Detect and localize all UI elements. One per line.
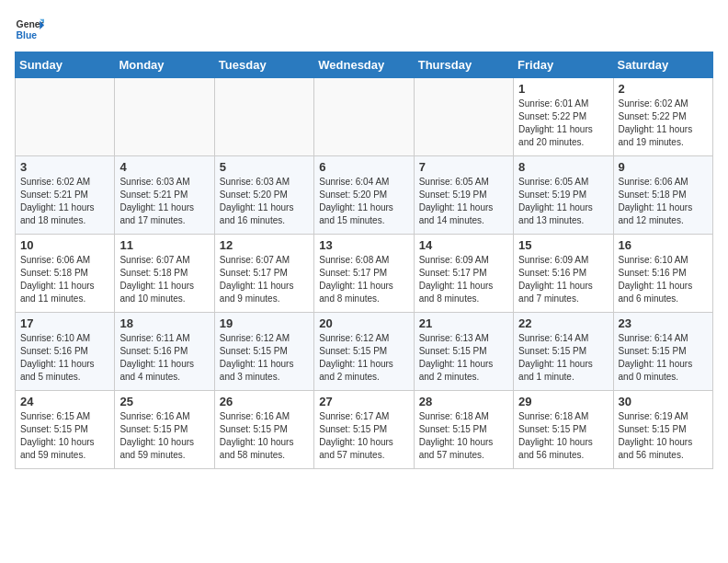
day-number: 10 — [20, 238, 109, 252]
day-number: 29 — [518, 395, 608, 408]
day-info: Sunrise: 6:18 AM Sunset: 5:15 PM Dayligh… — [419, 410, 508, 462]
day-number: 6 — [319, 160, 408, 174]
day-info: Sunrise: 6:14 AM Sunset: 5:15 PM Dayligh… — [619, 332, 708, 384]
day-info: Sunrise: 6:04 AM Sunset: 5:20 PM Dayligh… — [319, 176, 408, 227]
header-friday: Friday — [514, 52, 613, 78]
calendar-cell: 11Sunrise: 6:07 AM Sunset: 5:18 PM Dayli… — [115, 235, 214, 313]
day-number: 13 — [319, 238, 408, 252]
calendar-cell — [414, 78, 513, 156]
day-number: 26 — [220, 395, 309, 408]
day-info: Sunrise: 6:03 AM Sunset: 5:21 PM Dayligh… — [119, 176, 209, 227]
day-number: 9 — [619, 160, 708, 174]
day-number: 4 — [119, 160, 209, 174]
calendar-cell: 12Sunrise: 6:07 AM Sunset: 5:17 PM Dayli… — [214, 235, 313, 313]
day-info: Sunrise: 6:09 AM Sunset: 5:17 PM Dayligh… — [419, 254, 508, 305]
day-number: 7 — [419, 160, 508, 174]
day-number: 14 — [419, 238, 508, 252]
day-number: 20 — [319, 316, 408, 330]
day-info: Sunrise: 6:06 AM Sunset: 5:18 PM Dayligh… — [619, 176, 708, 227]
day-info: Sunrise: 6:10 AM Sunset: 5:16 PM Dayligh… — [619, 254, 708, 305]
header: General Blue — [15, 15, 713, 44]
calendar-cell: 2Sunrise: 6:02 AM Sunset: 5:22 PM Daylig… — [613, 78, 712, 156]
day-number: 21 — [419, 316, 508, 330]
day-info: Sunrise: 6:07 AM Sunset: 5:18 PM Dayligh… — [119, 254, 209, 305]
day-number: 17 — [20, 316, 109, 330]
calendar-cell: 5Sunrise: 6:03 AM Sunset: 5:20 PM Daylig… — [214, 156, 313, 235]
day-info: Sunrise: 6:19 AM Sunset: 5:15 PM Dayligh… — [619, 410, 708, 462]
day-number: 28 — [419, 395, 508, 408]
day-number: 22 — [518, 316, 608, 330]
header-thursday: Thursday — [414, 52, 513, 78]
calendar-cell: 17Sunrise: 6:10 AM Sunset: 5:16 PM Dayli… — [16, 313, 115, 391]
day-number: 23 — [619, 316, 708, 330]
calendar-cell: 9Sunrise: 6:06 AM Sunset: 5:18 PM Daylig… — [613, 156, 712, 235]
day-number: 2 — [619, 82, 708, 96]
calendar-cell: 14Sunrise: 6:09 AM Sunset: 5:17 PM Dayli… — [414, 235, 513, 313]
header-monday: Monday — [115, 52, 214, 78]
day-info: Sunrise: 6:18 AM Sunset: 5:15 PM Dayligh… — [518, 410, 608, 462]
day-info: Sunrise: 6:16 AM Sunset: 5:15 PM Dayligh… — [119, 410, 209, 462]
day-info: Sunrise: 6:10 AM Sunset: 5:16 PM Dayligh… — [20, 332, 109, 384]
day-info: Sunrise: 6:16 AM Sunset: 5:15 PM Dayligh… — [220, 410, 309, 462]
day-info: Sunrise: 6:06 AM Sunset: 5:18 PM Dayligh… — [20, 254, 109, 305]
calendar-cell: 4Sunrise: 6:03 AM Sunset: 5:21 PM Daylig… — [115, 156, 214, 235]
logo-icon: General Blue — [15, 15, 44, 44]
calendar-cell — [314, 78, 414, 156]
calendar-table: SundayMondayTuesdayWednesdayThursdayFrid… — [15, 52, 713, 469]
day-info: Sunrise: 6:02 AM Sunset: 5:22 PM Dayligh… — [619, 98, 708, 149]
calendar-cell: 30Sunrise: 6:19 AM Sunset: 5:15 PM Dayli… — [613, 391, 712, 469]
day-number: 19 — [220, 316, 309, 330]
calendar-cell: 6Sunrise: 6:04 AM Sunset: 5:20 PM Daylig… — [314, 156, 414, 235]
day-number: 3 — [20, 160, 109, 174]
day-info: Sunrise: 6:05 AM Sunset: 5:19 PM Dayligh… — [518, 176, 608, 227]
calendar-cell: 21Sunrise: 6:13 AM Sunset: 5:15 PM Dayli… — [414, 313, 513, 391]
day-number: 25 — [119, 395, 209, 408]
day-info: Sunrise: 6:12 AM Sunset: 5:15 PM Dayligh… — [319, 332, 408, 384]
calendar-cell: 7Sunrise: 6:05 AM Sunset: 5:19 PM Daylig… — [414, 156, 513, 235]
calendar-cell: 27Sunrise: 6:17 AM Sunset: 5:15 PM Dayli… — [314, 391, 414, 469]
day-number: 27 — [319, 395, 408, 408]
logo: General Blue — [15, 15, 48, 44]
day-number: 16 — [619, 238, 708, 252]
day-info: Sunrise: 6:14 AM Sunset: 5:15 PM Dayligh… — [518, 332, 608, 384]
week-row-2: 10Sunrise: 6:06 AM Sunset: 5:18 PM Dayli… — [16, 235, 713, 313]
day-info: Sunrise: 6:05 AM Sunset: 5:19 PM Dayligh… — [419, 176, 508, 227]
day-info: Sunrise: 6:01 AM Sunset: 5:22 PM Dayligh… — [518, 98, 608, 149]
day-number: 18 — [119, 316, 209, 330]
day-info: Sunrise: 6:02 AM Sunset: 5:21 PM Dayligh… — [20, 176, 109, 227]
header-tuesday: Tuesday — [214, 52, 313, 78]
day-info: Sunrise: 6:07 AM Sunset: 5:17 PM Dayligh… — [220, 254, 309, 305]
calendar-cell: 29Sunrise: 6:18 AM Sunset: 5:15 PM Dayli… — [514, 391, 613, 469]
calendar-cell: 13Sunrise: 6:08 AM Sunset: 5:17 PM Dayli… — [314, 235, 414, 313]
day-number: 12 — [220, 238, 309, 252]
day-number: 24 — [20, 395, 109, 408]
day-info: Sunrise: 6:13 AM Sunset: 5:15 PM Dayligh… — [419, 332, 508, 384]
header-row: SundayMondayTuesdayWednesdayThursdayFrid… — [16, 52, 713, 78]
day-info: Sunrise: 6:12 AM Sunset: 5:15 PM Dayligh… — [220, 332, 309, 384]
day-info: Sunrise: 6:15 AM Sunset: 5:15 PM Dayligh… — [20, 410, 109, 462]
day-info: Sunrise: 6:17 AM Sunset: 5:15 PM Dayligh… — [319, 410, 408, 462]
calendar-cell: 28Sunrise: 6:18 AM Sunset: 5:15 PM Dayli… — [414, 391, 513, 469]
week-row-3: 17Sunrise: 6:10 AM Sunset: 5:16 PM Dayli… — [16, 313, 713, 391]
calendar-cell: 26Sunrise: 6:16 AM Sunset: 5:15 PM Dayli… — [214, 391, 313, 469]
calendar-cell — [214, 78, 313, 156]
calendar-cell — [115, 78, 214, 156]
day-info: Sunrise: 6:03 AM Sunset: 5:20 PM Dayligh… — [220, 176, 309, 227]
calendar-cell: 10Sunrise: 6:06 AM Sunset: 5:18 PM Dayli… — [16, 235, 115, 313]
header-sunday: Sunday — [16, 52, 115, 78]
calendar-cell: 22Sunrise: 6:14 AM Sunset: 5:15 PM Dayli… — [514, 313, 613, 391]
svg-text:Blue: Blue — [17, 30, 38, 40]
week-row-0: 1Sunrise: 6:01 AM Sunset: 5:22 PM Daylig… — [16, 78, 713, 156]
day-number: 11 — [119, 238, 209, 252]
day-number: 30 — [619, 395, 708, 408]
calendar-cell — [16, 78, 115, 156]
calendar-cell: 19Sunrise: 6:12 AM Sunset: 5:15 PM Dayli… — [214, 313, 313, 391]
calendar-cell: 23Sunrise: 6:14 AM Sunset: 5:15 PM Dayli… — [613, 313, 712, 391]
day-info: Sunrise: 6:08 AM Sunset: 5:17 PM Dayligh… — [319, 254, 408, 305]
day-number: 15 — [518, 238, 608, 252]
day-info: Sunrise: 6:11 AM Sunset: 5:16 PM Dayligh… — [119, 332, 209, 384]
day-number: 8 — [518, 160, 608, 174]
calendar-cell: 8Sunrise: 6:05 AM Sunset: 5:19 PM Daylig… — [514, 156, 613, 235]
week-row-4: 24Sunrise: 6:15 AM Sunset: 5:15 PM Dayli… — [16, 391, 713, 469]
calendar-cell: 18Sunrise: 6:11 AM Sunset: 5:16 PM Dayli… — [115, 313, 214, 391]
